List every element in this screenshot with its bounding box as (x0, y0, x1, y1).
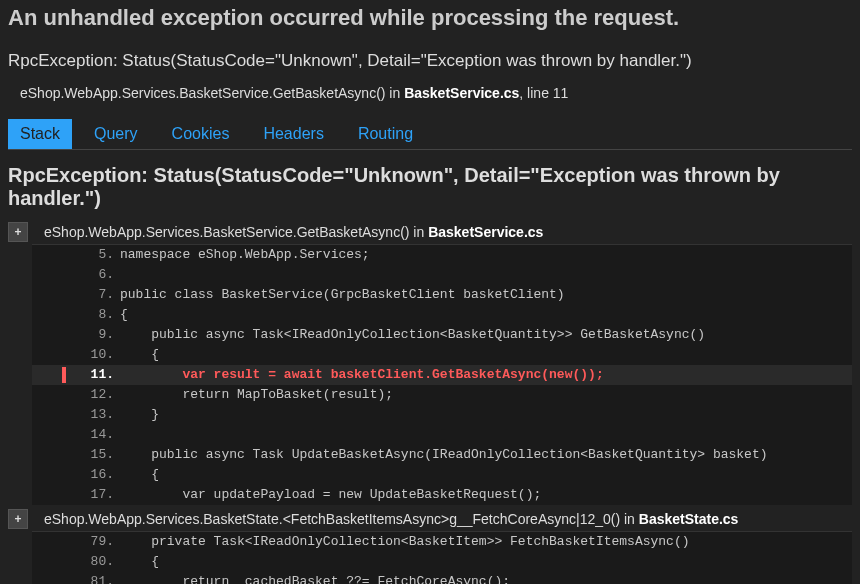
line-number: 12. (72, 385, 120, 405)
gutter (32, 485, 72, 505)
line-number: 11. (72, 365, 120, 385)
gutter (32, 552, 72, 572)
code-text: return _cachedBasket ??= FetchCoreAsync(… (120, 572, 510, 584)
line-number: 15. (72, 445, 120, 465)
exception-summary: RpcException: Status(StatusCode="Unknown… (8, 51, 852, 71)
gutter (32, 285, 72, 305)
code-line: 11. var result = await basketClient.GetB… (32, 365, 852, 385)
gutter (32, 445, 72, 465)
tab-stack[interactable]: Stack (8, 119, 72, 149)
gutter (32, 425, 72, 445)
highlight-marker (62, 367, 66, 383)
frame-file: BasketState.cs (639, 511, 739, 527)
code-text: { (120, 552, 159, 572)
code-text: private Task<IReadOnlyCollection<BasketI… (120, 532, 690, 552)
code-line: 5.namespace eShop.WebApp.Services; (32, 245, 852, 265)
line-number: 79. (72, 532, 120, 552)
expand-frame-button[interactable]: + (8, 222, 28, 242)
origin-file: BasketService.cs (404, 85, 519, 101)
gutter (32, 305, 72, 325)
gutter (32, 265, 72, 285)
line-number: 10. (72, 345, 120, 365)
frame-method: eShop.WebApp.Services.BasketState.<Fetch… (44, 511, 639, 527)
code-line: 10. { (32, 345, 852, 365)
code-line: 12. return MapToBasket(result); (32, 385, 852, 405)
code-line: 81. return _cachedBasket ??= FetchCoreAs… (32, 572, 852, 584)
code-line: 17. var updatePayload = new UpdateBasket… (32, 485, 852, 505)
code-line: 79. private Task<IReadOnlyCollection<Bas… (32, 532, 852, 552)
line-number: 9. (72, 325, 120, 345)
code-line: 15. public async Task UpdateBasketAsync(… (32, 445, 852, 465)
line-number: 7. (72, 285, 120, 305)
line-number: 8. (72, 305, 120, 325)
gutter (32, 465, 72, 485)
code-text: return MapToBasket(result); (120, 385, 393, 405)
tab-routing[interactable]: Routing (346, 119, 425, 149)
expand-frame-button[interactable]: + (8, 509, 28, 529)
code-text: var updatePayload = new UpdateBasketRequ… (120, 485, 541, 505)
origin-suffix: , line 11 (519, 85, 568, 101)
line-number: 6. (72, 265, 120, 285)
stack-frame: +eShop.WebApp.Services.BasketService.Get… (8, 218, 852, 505)
frame-file: BasketService.cs (428, 224, 543, 240)
line-number: 16. (72, 465, 120, 485)
exception-origin: eShop.WebApp.Services.BasketService.GetB… (20, 85, 852, 101)
code-text: var result = await basketClient.GetBaske… (120, 365, 604, 385)
stack-frames: +eShop.WebApp.Services.BasketService.Get… (8, 218, 852, 584)
origin-prefix: eShop.WebApp.Services.BasketService.GetB… (20, 85, 404, 101)
stack-exception-heading: RpcException: Status(StatusCode="Unknown… (8, 164, 852, 210)
gutter (32, 365, 72, 385)
line-number: 13. (72, 405, 120, 425)
code-block: 79. private Task<IReadOnlyCollection<Bas… (32, 531, 852, 584)
code-line: 8.{ (32, 305, 852, 325)
frame-method: eShop.WebApp.Services.BasketService.GetB… (44, 224, 428, 240)
line-number: 80. (72, 552, 120, 572)
code-text: public async Task<IReadOnlyCollection<Ba… (120, 325, 705, 345)
gutter (32, 385, 72, 405)
line-number: 17. (72, 485, 120, 505)
page-title: An unhandled exception occurred while pr… (8, 4, 852, 33)
code-block: 5.namespace eShop.WebApp.Services;6.7.pu… (32, 244, 852, 505)
code-line: 80. { (32, 552, 852, 572)
gutter (32, 572, 72, 584)
frame-header[interactable]: eShop.WebApp.Services.BasketState.<Fetch… (44, 509, 852, 529)
gutter (32, 345, 72, 365)
code-text: } (120, 405, 159, 425)
code-text: public class BasketService(GrpcBasketCli… (120, 285, 565, 305)
code-text: public async Task UpdateBasketAsync(IRea… (120, 445, 768, 465)
gutter (32, 405, 72, 425)
code-line: 6. (32, 265, 852, 285)
tab-bar: StackQueryCookiesHeadersRouting (8, 119, 852, 150)
code-text: { (120, 345, 159, 365)
tab-query[interactable]: Query (82, 119, 150, 149)
code-line: 16. { (32, 465, 852, 485)
line-number: 5. (72, 245, 120, 265)
code-line: 14. (32, 425, 852, 445)
code-text: { (120, 465, 159, 485)
line-number: 14. (72, 425, 120, 445)
code-line: 9. public async Task<IReadOnlyCollection… (32, 325, 852, 345)
tab-headers[interactable]: Headers (251, 119, 335, 149)
frame-header[interactable]: eShop.WebApp.Services.BasketService.GetB… (44, 222, 852, 242)
line-number: 81. (72, 572, 120, 584)
tab-cookies[interactable]: Cookies (160, 119, 242, 149)
stack-frame: +eShop.WebApp.Services.BasketState.<Fetc… (8, 505, 852, 584)
gutter (32, 245, 72, 265)
code-text: { (120, 305, 128, 325)
gutter (32, 325, 72, 345)
code-line: 13. } (32, 405, 852, 425)
code-line: 7.public class BasketService(GrpcBasketC… (32, 285, 852, 305)
gutter (32, 532, 72, 552)
code-text: namespace eShop.WebApp.Services; (120, 245, 370, 265)
